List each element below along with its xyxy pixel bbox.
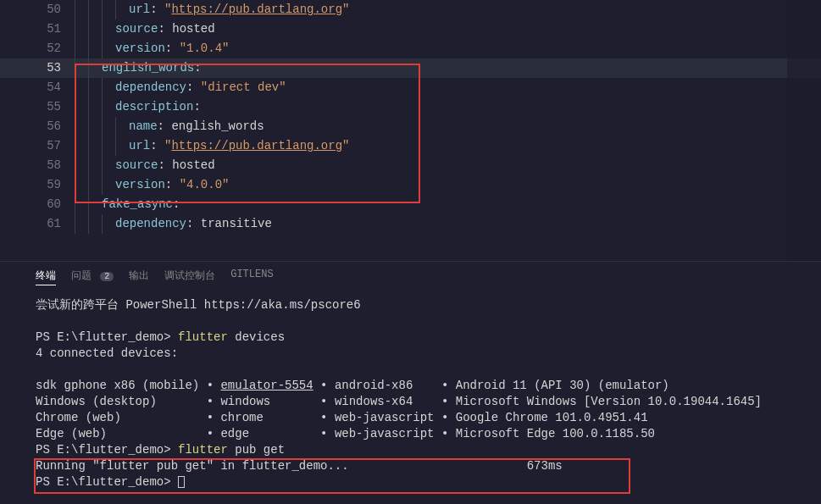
line-content: description: [75, 97, 821, 117]
code-line[interactable]: 57url: "https://pub.dartlang.org" [0, 136, 821, 156]
line-content: url: "https://pub.dartlang.org" [75, 136, 821, 156]
code-line[interactable]: 54dependency: "direct dev" [0, 78, 821, 97]
line-number: 61 [0, 214, 75, 234]
line-content: version: "1.0.4" [75, 39, 821, 58]
tab-gitlens[interactable]: GITLENS [230, 267, 273, 285]
line-content: source: hosted [75, 156, 821, 175]
code-line[interactable]: 58source: hosted [0, 156, 821, 175]
device-row: sdk gphone x86 (mobile) • emulator-5554 … [36, 378, 785, 394]
line-number: 56 [0, 117, 75, 136]
terminal-cursor [178, 476, 185, 488]
problems-count-badge: 2 [100, 272, 114, 281]
code-line[interactable]: 61dependency: transitive [0, 214, 821, 234]
line-content: english_words: [75, 58, 821, 78]
line-content: source: hosted [75, 19, 821, 39]
line-number: 54 [0, 78, 75, 97]
devices-header: 4 connected devices: [36, 346, 785, 362]
line-number: 58 [0, 156, 75, 175]
code-line[interactable]: 60fake_async: [0, 195, 821, 214]
terminal-prompt-line: PS E:\flutter_demo> [36, 474, 785, 490]
code-line[interactable]: 50url: "https://pub.dartlang.org" [0, 0, 821, 19]
code-line[interactable]: 56name: english_words [0, 117, 821, 136]
line-number: 59 [0, 175, 75, 195]
terminal[interactable]: 尝试新的跨平台 PowerShell https://aka.ms/pscore… [0, 291, 821, 504]
line-number: 52 [0, 39, 75, 58]
line-content: url: "https://pub.dartlang.org" [75, 0, 821, 19]
device-row: Edge (web) • edge • web-javascript • Mic… [36, 426, 785, 442]
line-number: 55 [0, 97, 75, 117]
line-number: 50 [0, 0, 75, 19]
line-number: 53 [0, 58, 75, 78]
code-line[interactable]: 53english_words: [0, 58, 821, 78]
line-number: 60 [0, 195, 75, 214]
tab-terminal[interactable]: 终端 [36, 267, 56, 285]
device-row: Windows (desktop) • windows • windows-x6… [36, 394, 785, 410]
tab-problems[interactable]: 问题 2 [71, 267, 114, 285]
terminal-prompt-line: PS E:\flutter_demo> flutter devices [36, 330, 785, 346]
code-line[interactable]: 55description: [0, 97, 821, 117]
line-content: name: english_words [75, 117, 821, 136]
terminal-banner: 尝试新的跨平台 PowerShell https://aka.ms/pscore… [36, 297, 785, 313]
minimap[interactable] [787, 0, 821, 261]
line-content: version: "4.0.0" [75, 175, 821, 195]
code-line[interactable]: 52version: "1.0.4" [0, 39, 821, 58]
line-content: dependency: "direct dev" [75, 78, 821, 97]
panel-tabs: 终端 问题 2 输出 调试控制台 GITLENS [0, 261, 821, 291]
line-number: 51 [0, 19, 75, 39]
line-content: fake_async: [75, 195, 821, 214]
terminal-output-line: Running "flutter pub get" in flutter_dem… [36, 458, 785, 474]
tab-output[interactable]: 输出 [129, 267, 149, 285]
device-row: Chrome (web) • chrome • web-javascript •… [36, 410, 785, 426]
code-editor[interactable]: 50url: "https://pub.dartlang.org"51sourc… [0, 0, 821, 261]
tab-problems-label: 问题 [71, 270, 92, 282]
terminal-prompt-line: PS E:\flutter_demo> flutter pub get [36, 442, 785, 458]
line-content: dependency: transitive [75, 214, 821, 234]
line-number: 57 [0, 136, 75, 156]
code-line[interactable]: 59version: "4.0.0" [0, 175, 821, 195]
tab-debug-console[interactable]: 调试控制台 [164, 267, 215, 285]
code-line[interactable]: 51source: hosted [0, 19, 821, 39]
